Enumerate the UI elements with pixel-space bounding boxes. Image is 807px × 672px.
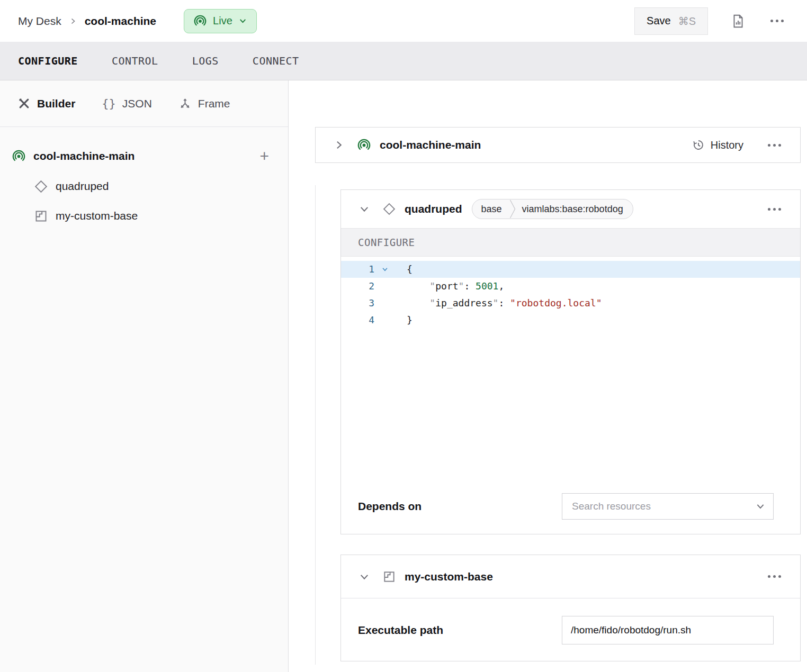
line-number: 1 — [341, 261, 374, 278]
code-text: "ip_address": "robotdog.local" — [396, 295, 602, 312]
tree-item-my-custom-base[interactable]: my-custom-base — [0, 201, 288, 231]
mode-frame-label: Frame — [198, 97, 230, 110]
tab-connect[interactable]: CONNECT — [253, 55, 299, 67]
depends-on-label: Depends on — [358, 500, 422, 513]
chevron-down-icon — [359, 204, 370, 214]
config-sidebar: Builder {} JSON Frame — [0, 80, 289, 672]
mode-json[interactable]: {} JSON — [102, 97, 152, 110]
tree-item-quadruped[interactable]: quadruped — [0, 171, 288, 201]
broadcast-icon-wrap — [357, 138, 371, 152]
config-main: cool-machine-main History — [289, 80, 807, 672]
search-resources-input[interactable] — [562, 493, 774, 520]
quadruped-component-card: quadruped base viamlabs:base:robotdog CO… — [340, 189, 801, 534]
component-type: base — [472, 204, 509, 215]
status-label: Live — [213, 15, 232, 27]
configure-section-header: CONFIGURE — [341, 228, 800, 257]
editor-line-4: 4 } — [341, 312, 800, 329]
depends-on-section: Depends on — [341, 479, 800, 534]
history-clock-icon — [692, 139, 705, 151]
line-number: 3 — [341, 295, 374, 312]
expand-card-button[interactable] — [333, 139, 345, 151]
tab-bar: CONFIGURE CONTROL LOGS CONNECT — [0, 42, 807, 80]
code-text: { — [396, 261, 413, 278]
executable-path-input[interactable] — [562, 616, 774, 644]
broadcast-icon — [357, 138, 371, 152]
header-overflow-menu-button[interactable] — [768, 17, 786, 24]
machine-status-dropdown[interactable]: Live — [184, 9, 257, 33]
process-steps-icon — [34, 209, 48, 223]
component-model: viamlabs:base:robotdog — [516, 204, 633, 215]
file-chart-icon — [731, 14, 745, 29]
save-label: Save — [647, 15, 671, 27]
tab-configure[interactable]: CONFIGURE — [18, 55, 78, 67]
nesting-guide-line — [315, 185, 316, 665]
line-number: 2 — [341, 278, 374, 295]
process-steps-icon-wrap — [382, 570, 396, 584]
add-resource-button[interactable]: + — [259, 148, 269, 164]
axes-icon — [178, 97, 192, 110]
collapse-card-button[interactable] — [358, 570, 371, 583]
tab-control[interactable]: CONTROL — [112, 55, 158, 67]
header-actions: Save ⌘S — [634, 7, 786, 35]
process-card-body: Executable path — [341, 598, 800, 661]
save-button[interactable]: Save ⌘S — [634, 7, 708, 35]
breadcrumb-current: cool-machine — [85, 15, 156, 28]
process-card: my-custom-base Executable path — [340, 555, 801, 661]
component-diamond-icon — [34, 179, 48, 194]
tree-item-machine-part[interactable]: cool-machine-main + — [0, 141, 288, 171]
ellipsis-icon — [770, 20, 784, 22]
component-type-model-badge: base viamlabs:base:robotdog — [472, 199, 633, 219]
history-label: History — [711, 139, 743, 151]
process-card-header: my-custom-base — [341, 555, 800, 598]
configure-section-label: CONFIGURE — [358, 237, 415, 248]
tree-item-label: cool-machine-main — [33, 150, 134, 162]
code-text: "port": 5001, — [396, 278, 504, 295]
card-overflow-menu-button[interactable] — [766, 206, 783, 213]
chevron-down-icon — [238, 16, 247, 25]
code-text: } — [396, 312, 413, 329]
machine-part-title: cool-machine-main — [380, 139, 481, 151]
breadcrumb: My Desk cool-machine — [18, 15, 156, 28]
broadcast-icon — [193, 14, 207, 28]
tree-item-label: quadruped — [56, 180, 109, 193]
json-attributes-editor[interactable]: 1 { 2 "port": 5001, 3 "ip_address": "rob… — [341, 257, 800, 479]
tab-logs[interactable]: LOGS — [192, 55, 219, 67]
chevron-right-icon — [69, 17, 77, 25]
process-title: my-custom-base — [405, 570, 493, 583]
line-number: 4 — [341, 312, 374, 329]
pill-divider-chevron — [509, 199, 516, 219]
mode-frame[interactable]: Frame — [178, 97, 230, 110]
quadruped-card-header: quadruped base viamlabs:base:robotdog — [341, 190, 800, 228]
component-title: quadruped — [405, 203, 462, 215]
save-shortcut: ⌘S — [678, 15, 696, 28]
card-overflow-menu-button[interactable] — [766, 573, 783, 580]
mode-builder[interactable]: Builder — [17, 97, 75, 110]
chevron-down-icon — [359, 571, 370, 582]
machine-report-button[interactable] — [729, 12, 747, 31]
fold-chevron-down-icon — [381, 266, 389, 273]
tools-icon — [17, 97, 31, 110]
process-steps-icon — [382, 570, 396, 584]
mode-builder-label: Builder — [37, 97, 75, 110]
tree-item-label: my-custom-base — [56, 210, 138, 222]
top-header: My Desk cool-machine Live Save ⌘S — [0, 0, 807, 42]
editor-line-2: 2 "port": 5001, — [341, 278, 800, 295]
collapse-card-button[interactable] — [358, 203, 371, 215]
broadcast-icon — [12, 149, 26, 164]
editor-line-1: 1 { — [341, 261, 800, 278]
viam-machine-page: My Desk cool-machine Live Save ⌘S — [0, 0, 807, 672]
fold-toggle[interactable] — [374, 261, 396, 278]
editor-line-3: 3 "ip_address": "robotdog.local" — [341, 295, 800, 312]
component-diamond-icon — [382, 202, 396, 216]
mode-json-label: JSON — [122, 97, 152, 110]
view-mode-switcher: Builder {} JSON Frame — [0, 80, 288, 127]
depends-on-combobox[interactable] — [562, 493, 774, 520]
breadcrumb-parent[interactable]: My Desk — [18, 15, 61, 28]
component-diamond-icon-wrap — [382, 202, 396, 216]
resource-tree: cool-machine-main + quadruped my-custom-… — [0, 127, 288, 231]
card-overflow-menu-button[interactable] — [766, 142, 783, 149]
history-button[interactable]: History — [692, 139, 743, 151]
braces-icon: {} — [102, 97, 116, 110]
chevron-right-icon — [334, 140, 344, 150]
machine-part-card: cool-machine-main History — [315, 127, 801, 163]
